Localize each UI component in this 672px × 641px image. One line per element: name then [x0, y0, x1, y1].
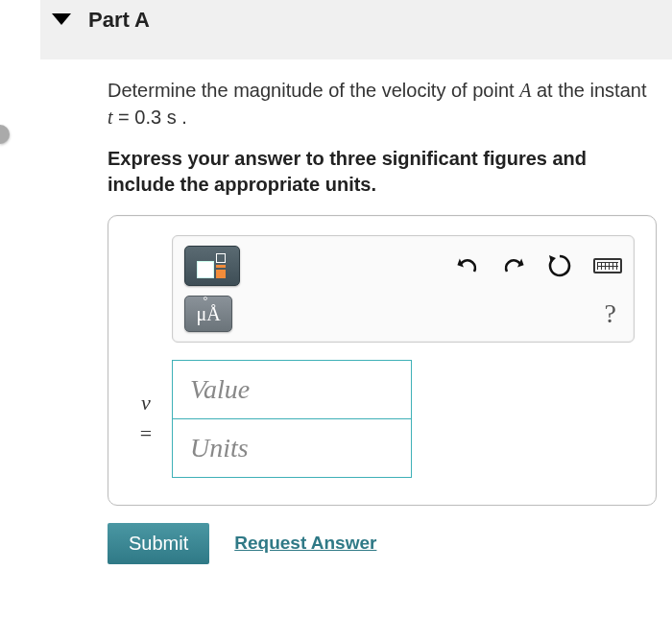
reset-icon[interactable] [547, 253, 572, 278]
request-answer-link[interactable]: Request Answer [234, 533, 376, 554]
templates-icon [197, 253, 228, 278]
value-placeholder: Value [190, 374, 250, 405]
question-pre: Determine the magnitude of the velocity … [108, 80, 519, 101]
keyboard-icon[interactable] [593, 258, 622, 273]
submit-button[interactable]: Submit [108, 523, 209, 564]
instruction-text: Express your answer to three significant… [108, 146, 657, 198]
question-mid: at the instant [531, 80, 646, 101]
question-point: A [519, 80, 531, 101]
question-eq: = 0.3 s . [113, 107, 187, 128]
special-chars-button[interactable]: μÅ [184, 296, 232, 332]
mu-label: μÅ [196, 303, 220, 325]
page-tab-icon [0, 125, 10, 144]
redo-icon[interactable] [501, 254, 526, 277]
collapse-arrow-icon [52, 13, 71, 25]
toolbar: μÅ ? [172, 235, 635, 343]
answer-box: μÅ ? v = Value Units [108, 215, 657, 506]
templates-button[interactable] [184, 246, 240, 286]
help-button[interactable]: ? [605, 298, 622, 329]
answer-eq: = [140, 421, 152, 446]
part-header[interactable]: Part A [40, 0, 672, 59]
answer-lhs: v = [133, 391, 158, 446]
units-input[interactable]: Units [172, 418, 412, 478]
answer-var: v [141, 391, 151, 415]
value-input[interactable]: Value [172, 360, 412, 419]
units-placeholder: Units [190, 433, 249, 463]
undo-icon[interactable] [455, 254, 480, 277]
question-text: Determine the magnitude of the velocity … [108, 77, 657, 131]
part-title: Part A [88, 8, 150, 33]
